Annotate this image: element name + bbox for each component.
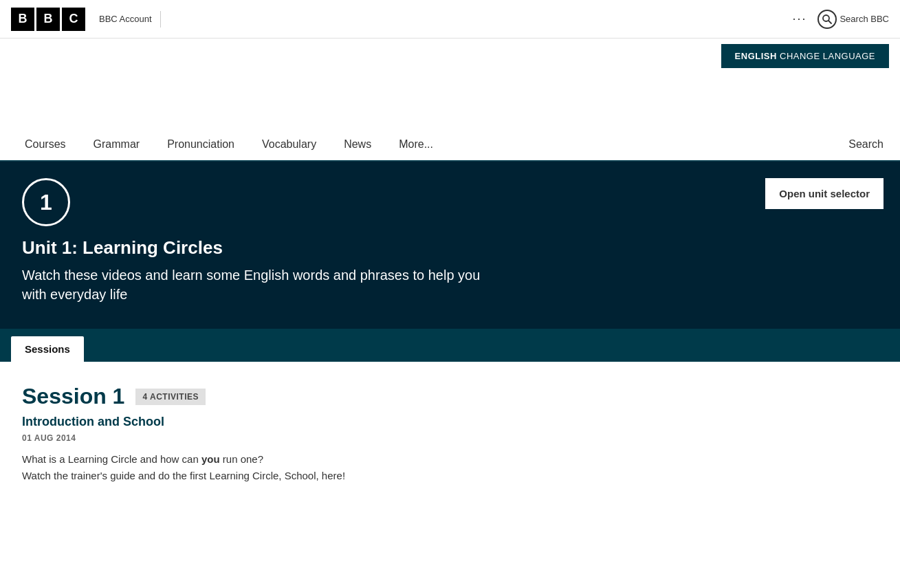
nav-search-link[interactable]: Search (843, 130, 889, 159)
activities-badge: 4 ACTIVITIES (135, 389, 206, 405)
unit-number-circle: 1 (22, 178, 70, 226)
session-header: Session 1 4 ACTIVITIES (22, 384, 878, 409)
header-divider (160, 11, 161, 28)
nav-item-pronunciation[interactable]: Pronunciation (153, 130, 248, 159)
unit-description: Watch these videos and learn some Englis… (22, 265, 503, 304)
banner-space (0, 74, 900, 129)
content-area: Session 1 4 ACTIVITIES Introduction and … (0, 362, 900, 506)
session-title: Session 1 (22, 384, 124, 409)
language-bar: ENGLISH CHANGE LANGUAGE (0, 39, 900, 74)
bbc-logo-b2: B (36, 8, 60, 31)
nav-item-courses[interactable]: Courses (11, 130, 80, 159)
current-language: ENGLISH (735, 51, 777, 61)
session-desc-line2: Watch the trainer's guide and do the fir… (22, 470, 345, 481)
more-options-icon[interactable]: ··· (792, 12, 806, 26)
nav-item-grammar[interactable]: Grammar (80, 130, 154, 159)
nav-item-vocabulary[interactable]: Vocabulary (248, 130, 330, 159)
search-icon (817, 10, 837, 29)
change-language-button[interactable]: ENGLISH CHANGE LANGUAGE (721, 44, 889, 68)
open-unit-selector-button[interactable]: Open unit selector (765, 178, 883, 209)
bbc-account-link[interactable]: BBC Account (99, 14, 152, 24)
session-description: What is a Learning Circle and how can yo… (22, 451, 878, 484)
session-desc-part2: run one? (220, 453, 263, 465)
nav-item-news[interactable]: News (330, 130, 385, 159)
nav-item-more[interactable]: More... (385, 130, 447, 159)
main-nav: Courses Grammar Pronunciation Vocabulary… (0, 129, 900, 162)
bbc-logo-c: C (62, 8, 85, 31)
unit-title: Unit 1: Learning Circles (22, 237, 878, 259)
session-desc-bold: you (201, 453, 220, 465)
session-subtitle[interactable]: Introduction and School (22, 415, 878, 429)
bbc-logo[interactable]: B B C (11, 8, 85, 31)
change-language-label: CHANGE LANGUAGE (777, 51, 875, 61)
header-right: ··· Search BBC (792, 10, 889, 29)
svg-line-1 (828, 21, 831, 23)
sessions-tab[interactable]: Sessions (11, 336, 84, 362)
session-date: 01 AUG 2014 (22, 433, 878, 443)
main-header: B B C BBC Account ··· Search BBC (0, 0, 900, 39)
unit-hero: 1 Unit 1: Learning Circles Watch these v… (0, 162, 900, 329)
sessions-tab-bar: Sessions (0, 329, 900, 362)
search-bbc-button[interactable]: Search BBC (817, 10, 889, 29)
session-desc-part1: What is a Learning Circle and how can (22, 453, 201, 465)
bbc-logo-b1: B (11, 8, 34, 31)
search-bbc-label: Search BBC (839, 14, 889, 24)
